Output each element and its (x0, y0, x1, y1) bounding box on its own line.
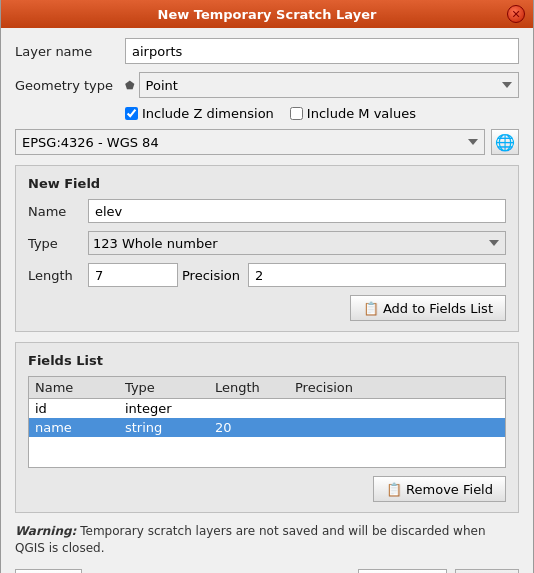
ok-button[interactable]: ✔ OK (455, 569, 519, 573)
geometry-type-label: Geometry type (15, 78, 125, 93)
include-z-checkbox[interactable] (125, 107, 138, 120)
col-type: Type (125, 380, 215, 395)
titlebar: New Temporary Scratch Layer ✕ (1, 0, 533, 28)
row-precision-id (295, 401, 375, 416)
table-row[interactable]: id integer (29, 399, 505, 418)
include-m-label[interactable]: Include M values (290, 106, 416, 121)
geometry-type-row: Geometry type ⬟ Point Line Polygon (15, 72, 519, 98)
geometry-type-select[interactable]: Point Line Polygon (139, 72, 519, 98)
row-precision-name (295, 420, 375, 435)
add-to-fields-button[interactable]: 📋 Add to Fields List (350, 295, 506, 321)
add-button-label: Add to Fields List (383, 301, 493, 316)
dialog-title: New Temporary Scratch Layer (27, 7, 507, 22)
crs-button[interactable]: 🌐 (491, 129, 519, 155)
layer-name-input[interactable] (125, 38, 519, 64)
geo-icon: ⬟ (125, 79, 135, 92)
row-name-name: name (35, 420, 125, 435)
add-button-row: 📋 Add to Fields List (28, 295, 506, 321)
length-precision-row: Length Precision (28, 263, 506, 287)
precision-input[interactable] (248, 263, 506, 287)
row-type-name: string (125, 420, 215, 435)
bottom-bar: ? Help ✕ Cancel ✔ OK (15, 569, 519, 573)
action-buttons: ✕ Cancel ✔ OK (358, 569, 519, 573)
remove-button-row: 📋 Remove Field (28, 476, 506, 502)
layer-name-label: Layer name (15, 44, 125, 59)
col-name: Name (35, 380, 125, 395)
warning-text: Warning: Temporary scratch layers are no… (15, 523, 519, 557)
remove-icon: 📋 (386, 482, 402, 497)
warning-bold: Warning: (15, 524, 76, 538)
dialog: New Temporary Scratch Layer ✕ Layer name… (0, 0, 534, 573)
field-name-label: Name (28, 204, 88, 219)
row-name-id: id (35, 401, 125, 416)
table-header: Name Type Length Precision (29, 377, 505, 399)
new-field-title: New Field (28, 176, 506, 191)
crs-row: EPSG:4326 - WGS 84 🌐 (15, 129, 519, 155)
remove-field-button[interactable]: 📋 Remove Field (373, 476, 506, 502)
fields-table: Name Type Length Precision id integer na… (28, 376, 506, 468)
warning-body: Temporary scratch layers are not saved a… (15, 524, 486, 555)
col-precision: Precision (295, 380, 375, 395)
include-z-text: Include Z dimension (142, 106, 274, 121)
close-button[interactable]: ✕ (507, 5, 525, 23)
row-length-name: 20 (215, 420, 295, 435)
include-z-label[interactable]: Include Z dimension (125, 106, 274, 121)
field-name-input[interactable] (88, 199, 506, 223)
add-icon: 📋 (363, 301, 379, 316)
length-label: Length (28, 268, 88, 283)
fields-list-title: Fields List (28, 353, 506, 368)
length-input[interactable] (88, 263, 178, 287)
precision-label: Precision (178, 268, 248, 283)
globe-icon: 🌐 (495, 133, 515, 152)
help-button[interactable]: ? Help (15, 569, 82, 573)
col-length: Length (215, 380, 295, 395)
table-row[interactable]: name string 20 (29, 418, 505, 437)
layer-name-row: Layer name (15, 38, 519, 64)
cancel-button[interactable]: ✕ Cancel (358, 569, 447, 573)
include-m-text: Include M values (307, 106, 416, 121)
crs-select[interactable]: EPSG:4326 - WGS 84 (15, 129, 485, 155)
row-length-id (215, 401, 295, 416)
include-m-checkbox[interactable] (290, 107, 303, 120)
row-type-id: integer (125, 401, 215, 416)
field-name-row: Name (28, 199, 506, 223)
field-type-label: Type (28, 236, 88, 251)
field-type-select[interactable]: 123 Whole number Decimal number Text Dat… (88, 231, 506, 255)
fields-list-section: Fields List Name Type Length Precision i… (15, 342, 519, 513)
remove-button-label: Remove Field (406, 482, 493, 497)
checkbox-row: Include Z dimension Include M values (125, 106, 519, 121)
table-empty-space (29, 437, 505, 467)
new-field-section: New Field Name Type 123 Whole number Dec… (15, 165, 519, 332)
field-type-row: Type 123 Whole number Decimal number Tex… (28, 231, 506, 255)
